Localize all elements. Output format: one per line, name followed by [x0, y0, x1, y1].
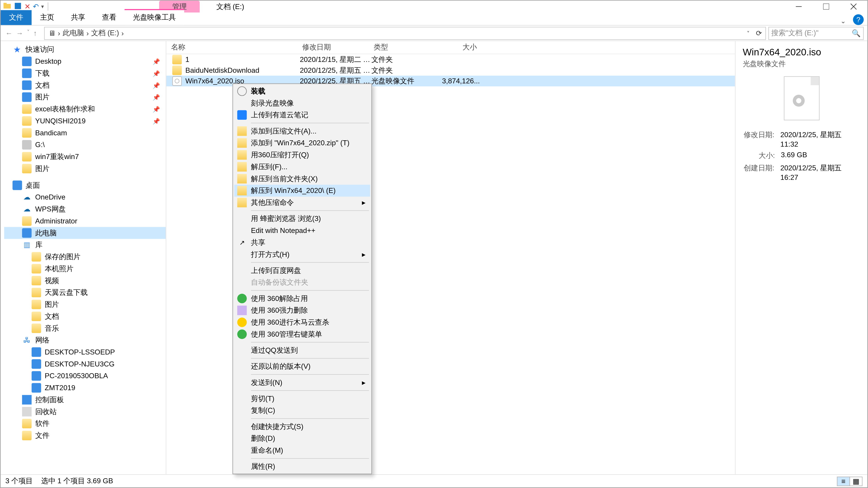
nav-back-icon[interactable]: ← — [5, 29, 13, 37]
crumb-pc[interactable]: 此电脑 — [63, 28, 84, 38]
tree-yunqishi[interactable]: YUNQISHI2019 — [4, 115, 166, 127]
context-menu-item[interactable]: 删除(D) — [234, 432, 370, 445]
minimize-button[interactable] — [785, 1, 812, 13]
tree-n2[interactable]: DESKTOP-NJEU3CG — [4, 358, 166, 370]
context-menu-item[interactable]: 复制(C) — [234, 404, 370, 417]
tree-wps[interactable]: ☁WPS网盘 — [4, 203, 166, 215]
context-menu-item[interactable]: 解压到当前文件夹(X) — [234, 173, 370, 185]
ribbon-share[interactable]: 共享 — [63, 10, 94, 25]
tree-network[interactable]: 🖧网络 — [4, 334, 166, 346]
tree-files[interactable]: 文件 — [4, 429, 166, 442]
qat-undo-icon[interactable]: ↶ — [33, 2, 39, 11]
tree-excel[interactable]: excel表格制作求和 — [4, 103, 166, 115]
tree-pic2[interactable]: 图片 — [4, 298, 166, 311]
tree-pics[interactable]: 图片 — [4, 91, 166, 103]
context-menu-item[interactable]: Edit with Notepad++ — [234, 225, 370, 236]
context-menu-item[interactable]: 属性(R) — [234, 460, 370, 473]
tree-localpic[interactable]: 本机照片 — [4, 263, 166, 275]
context-menu-item[interactable]: 用360压缩打开(Q) — [234, 149, 370, 161]
col-type[interactable]: 类型 — [369, 42, 429, 53]
context-menu-item[interactable]: 打开方式(H)▸ — [234, 249, 370, 260]
tree-win7[interactable]: win7重装win7 — [4, 151, 166, 163]
tree-desktop[interactable]: Desktop — [4, 55, 166, 67]
tree-control[interactable]: 控制面板 — [4, 394, 166, 406]
context-menu-item[interactable]: 解压到(F)... — [234, 161, 370, 173]
tree-doc2[interactable]: 文档 — [4, 311, 166, 322]
maximize-button[interactable] — [812, 1, 840, 13]
ribbon-home[interactable]: 主页 — [32, 10, 63, 25]
crumb-dropdown-icon[interactable]: ˅ — [747, 30, 750, 36]
tree-g[interactable]: G:\ — [4, 139, 166, 151]
nav-recent-icon[interactable]: ˅ — [27, 29, 30, 37]
file-row[interactable]: BaiduNetdiskDownload 2020/12/25, 星期五 1..… — [166, 65, 735, 75]
context-menu-item[interactable]: 添加到 "Win7x64_2020.zip" (T) — [234, 137, 370, 149]
tree-n4[interactable]: ZMT2019 — [4, 382, 166, 394]
status-bar: 3 个项目 选中 1 个项目 3.69 GB ≡ ▦ — [1, 474, 867, 487]
ribbon-view[interactable]: 查看 — [94, 10, 125, 25]
refresh-icon[interactable]: ⟳ — [756, 29, 762, 37]
crumb-loc[interactable]: 文档 (E:) — [91, 28, 119, 38]
tree-bandicam[interactable]: Bandicam — [4, 127, 166, 139]
context-menu-item[interactable]: 使用 360管理右键菜单 — [234, 328, 370, 340]
qh-icon — [237, 329, 247, 339]
ribbon-expand-icon[interactable]: ⌄ — [837, 17, 849, 25]
search-input[interactable]: 搜索"文档 (E:)" 🔍 — [768, 26, 864, 39]
context-menu-item[interactable]: 还原以前的版本(V) — [234, 360, 370, 372]
context-menu-item[interactable]: 重命名(M) — [234, 445, 370, 456]
context-menu-item[interactable]: 装载 — [234, 85, 370, 97]
ribbon-disc-tools[interactable]: 光盘映像工具 — [125, 9, 184, 25]
tree-savedpic[interactable]: 保存的图片 — [4, 251, 166, 263]
col-size[interactable]: 大小 — [429, 42, 482, 53]
nav-up-icon[interactable]: ↑ — [33, 29, 37, 37]
context-menu-item[interactable]: 其他压缩命令▸ — [234, 197, 370, 208]
context-menu-item[interactable]: 上传到百度网盘 — [234, 265, 370, 276]
context-menu-item[interactable]: 创建快捷方式(S) — [234, 421, 370, 433]
context-menu-item[interactable]: 使用 360强力删除 — [234, 304, 370, 317]
file-row[interactable]: 1 2020/12/15, 星期二 1... 文件夹 — [166, 54, 735, 65]
help-icon[interactable]: ? — [853, 14, 864, 25]
context-menu-item[interactable]: 发送到(N)▸ — [234, 377, 370, 389]
tree-thispc[interactable]: 此电脑 — [4, 227, 166, 239]
tree-quick-access[interactable]: ★快速访问 — [4, 43, 166, 56]
column-headers[interactable]: 名称 修改日期 类型 大小 — [166, 41, 735, 54]
tree-music[interactable]: 音乐 — [4, 322, 166, 334]
view-details-icon[interactable]: ≡ — [837, 476, 850, 486]
tree-tupian[interactable]: 图片 — [4, 163, 166, 175]
tree-n1[interactable]: DESKTOP-LSSOEDP — [4, 346, 166, 358]
search-icon[interactable]: 🔍 — [852, 29, 861, 37]
nav-pane[interactable]: ★快速访问 Desktop 下载 文档 图片 excel表格制作求和 YUNQI… — [1, 41, 166, 474]
tree-docs[interactable]: 文档 — [4, 79, 166, 91]
ribbon-file[interactable]: 文件 — [1, 10, 32, 25]
context-menu-item[interactable]: 用 蜂蜜浏览器 浏览(3) — [234, 213, 370, 225]
context-menu-item[interactable]: 使用 360进行木马云查杀 — [234, 316, 370, 328]
tree-lib[interactable]: ▥库 — [4, 239, 166, 251]
nav-forward-icon[interactable]: → — [16, 29, 23, 37]
col-date[interactable]: 修改日期 — [298, 42, 369, 53]
tree-tianyi[interactable]: 天翼云盘下载 — [4, 287, 166, 298]
tree-downloads[interactable]: 下载 — [4, 67, 166, 79]
qat-delete-icon[interactable]: ✕ — [24, 2, 30, 11]
folder-icon — [22, 57, 32, 66]
preview-title: Win7x64_2020.iso — [743, 47, 860, 58]
context-menu-item[interactable]: 刻录光盘映像 — [234, 97, 370, 109]
preview-pane: Win7x64_2020.iso 光盘映像文件 修改日期:2020/12/25,… — [735, 41, 867, 474]
col-name[interactable]: 名称 — [166, 42, 298, 53]
breadcrumb[interactable]: 🖥 › 此电脑 › 文档 (E:) › ˅ ⟳ — [44, 26, 766, 39]
tree-desktop-root[interactable]: 桌面 — [4, 180, 166, 191]
qat-dropdown-icon[interactable]: ▾ — [41, 4, 44, 9]
context-menu-item[interactable]: 剪切(T) — [234, 393, 370, 404]
context-menu-item[interactable]: 上传到有道云笔记 — [234, 109, 370, 121]
tree-n3[interactable]: PC-20190530OBLA — [4, 370, 166, 382]
tree-soft[interactable]: 软件 — [4, 418, 166, 430]
tree-video[interactable]: 视频 — [4, 275, 166, 287]
tree-onedrive[interactable]: ☁OneDrive — [4, 191, 166, 203]
tree-admin[interactable]: Administrator — [4, 215, 166, 227]
context-menu-item[interactable]: 通过QQ发送到 — [234, 344, 370, 356]
context-menu-item[interactable]: 共享 — [234, 236, 370, 249]
context-menu-item[interactable]: 添加到压缩文件(A)... — [234, 125, 370, 137]
view-large-icon[interactable]: ▦ — [849, 476, 863, 486]
context-menu-item[interactable]: 解压到 Win7x64_2020\ (E) — [234, 185, 370, 197]
close-button[interactable] — [840, 1, 867, 13]
tree-recycle[interactable]: 回收站 — [4, 406, 166, 418]
context-menu-item[interactable]: 使用 360解除占用 — [234, 293, 370, 304]
